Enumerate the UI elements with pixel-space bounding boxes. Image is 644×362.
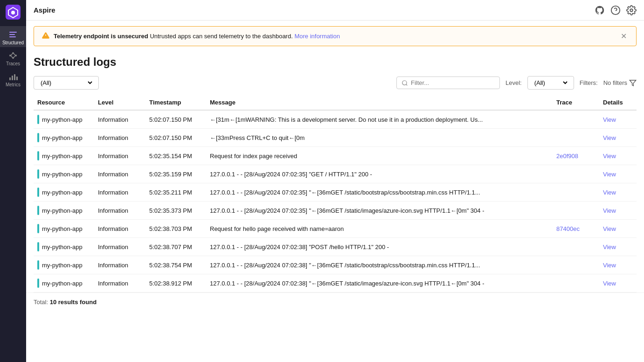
cell-timestamp: 5:02:38.703 PM [145, 220, 206, 238]
cell-trace [553, 110, 599, 129]
table-body: my-python-appInformation5:02:07.150 PM←[… [34, 110, 637, 292]
search-icon [402, 80, 408, 86]
cell-details[interactable]: View [599, 110, 637, 129]
resource-name: my-python-app [42, 153, 83, 160]
cell-details[interactable]: View [599, 165, 637, 183]
trace-link[interactable]: 2e0f908 [556, 153, 578, 160]
alert-close-button[interactable]: ✕ [619, 32, 629, 41]
cell-message: 127.0.0.1 - - [28/Aug/2024 07:02:38] "←[… [206, 274, 553, 292]
cell-level: Information [94, 202, 145, 220]
sidebar-item-metrics[interactable]: Metrics [0, 68, 26, 89]
filters-value: No filters [603, 79, 637, 87]
view-link[interactable]: View [603, 262, 616, 269]
cell-resource: my-python-app [34, 165, 94, 183]
footer-prefix: Total: [34, 299, 48, 306]
view-link[interactable]: View [603, 225, 616, 232]
cell-resource: my-python-app [34, 110, 94, 129]
cell-trace [553, 256, 599, 274]
cell-trace[interactable]: 87400ec [553, 220, 599, 238]
view-link[interactable]: View [603, 153, 616, 160]
resource-bar [37, 206, 39, 215]
header: Aspire [26, 0, 644, 21]
footer-count: 10 results found [50, 299, 97, 306]
cell-resource: my-python-app [34, 147, 94, 165]
cell-details[interactable]: View [599, 202, 637, 220]
table-row: my-python-appInformation5:02:35.154 PMRe… [34, 147, 637, 165]
table-row: my-python-appInformation5:02:38.754 PM12… [34, 256, 637, 274]
sidebar-item-traces[interactable]: Traces [0, 47, 26, 68]
cell-trace[interactable]: 2e0f908 [553, 147, 599, 165]
svg-rect-5 [9, 36, 16, 37]
table-header-row: Resource Level Timestamp Message Trace D… [34, 95, 637, 110]
cell-level: Information [94, 256, 145, 274]
cell-resource: my-python-app [34, 129, 94, 147]
metrics-icon [8, 72, 18, 81]
level-selector[interactable]: (All) [527, 76, 574, 90]
table-row: my-python-appInformation5:02:07.150 PM←[… [34, 110, 637, 129]
cell-message: 127.0.0.1 - - [28/Aug/2024 07:02:38] "PO… [206, 238, 553, 256]
cell-details[interactable]: View [599, 238, 637, 256]
level-select-input[interactable]: (All) [533, 79, 569, 87]
sidebar-item-metrics-label: Metrics [6, 82, 21, 87]
cell-timestamp: 5:02:38.912 PM [145, 274, 206, 292]
trace-link[interactable]: 87400ec [556, 225, 580, 232]
cell-timestamp: 5:02:38.754 PM [145, 256, 206, 274]
view-link[interactable]: View [603, 244, 616, 251]
svg-point-23 [402, 80, 407, 84]
logs-table-wrapper: Resource Level Timestamp Message Trace D… [26, 95, 644, 292]
col-header-trace: Trace [553, 95, 599, 110]
resource-bar [37, 188, 39, 197]
sidebar-item-structured-label: Structured [2, 40, 24, 45]
table-row: my-python-appInformation5:02:35.373 PM12… [34, 202, 637, 220]
cell-message: 127.0.0.1 - - [28/Aug/2024 07:02:38] "←[… [206, 256, 553, 274]
cell-resource: my-python-app [34, 274, 94, 292]
table-row: my-python-appInformation5:02:35.211 PM12… [34, 183, 637, 202]
resource-name: my-python-app [42, 116, 83, 123]
help-icon[interactable] [610, 5, 621, 15]
page-content: Telemetry endpoint is unsecured Untruste… [26, 21, 644, 362]
resource-bar [37, 260, 39, 270]
resource-bar [37, 278, 39, 288]
col-header-details: Details [599, 95, 637, 110]
view-link[interactable]: View [603, 189, 616, 196]
filter-input[interactable] [411, 79, 495, 86]
cell-trace [553, 129, 599, 147]
resource-select-input[interactable]: (All) [39, 79, 94, 87]
cell-level: Information [94, 274, 145, 292]
col-header-resource: Resource [34, 95, 94, 110]
view-link[interactable]: View [603, 171, 616, 178]
resource-selector[interactable]: (All) [34, 76, 99, 90]
cell-level: Information [94, 147, 145, 165]
filter-icon[interactable] [629, 79, 637, 87]
cell-timestamp: 5:02:35.159 PM [145, 165, 206, 183]
cell-trace [553, 274, 599, 292]
cell-details[interactable]: View [599, 256, 637, 274]
traces-icon [8, 51, 18, 60]
cell-trace [553, 183, 599, 202]
github-icon[interactable] [595, 5, 605, 15]
resource-name: my-python-app [42, 262, 83, 269]
view-link[interactable]: View [603, 280, 616, 287]
cell-details[interactable]: View [599, 147, 637, 165]
svg-rect-14 [9, 77, 11, 80]
resource-name: my-python-app [42, 134, 83, 141]
view-link[interactable]: View [603, 116, 616, 123]
svg-marker-25 [630, 80, 636, 86]
resource-bar [37, 151, 39, 160]
view-link[interactable]: View [603, 207, 616, 214]
cell-message: 127.0.0.1 - - [28/Aug/2024 07:02:35] "GE… [206, 165, 553, 183]
cell-details[interactable]: View [599, 274, 637, 292]
view-link[interactable]: View [603, 134, 616, 141]
alert-link[interactable]: More information [294, 33, 340, 40]
app-title: Aspire [34, 6, 55, 14]
cell-details[interactable]: View [599, 129, 637, 147]
sidebar-item-structured[interactable]: Structured [0, 26, 26, 47]
resource-bar [37, 169, 39, 179]
results-footer: Total: 10 results found [26, 292, 644, 311]
cell-details[interactable]: View [599, 183, 637, 202]
cell-trace [553, 165, 599, 183]
cell-level: Information [94, 129, 145, 147]
toolbar: (All) Level: (All) Filters: No filters [26, 76, 644, 95]
cell-details[interactable]: View [599, 220, 637, 238]
settings-icon[interactable] [626, 5, 637, 15]
